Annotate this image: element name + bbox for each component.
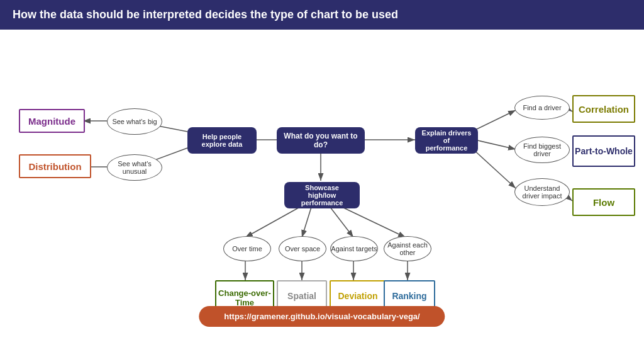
find-driver-oval: Find a driver	[514, 96, 570, 120]
header: How the data should be interpreted decid…	[0, 0, 644, 30]
showcase-node: Showcase high/low performance	[284, 182, 360, 208]
against-targets-oval: Against targets	[330, 236, 378, 261]
over-space-oval: Over space	[279, 236, 326, 261]
header-title: How the data should be interpreted decid…	[13, 8, 398, 21]
svg-line-7	[472, 110, 516, 132]
see-whats-big-oval: See what's big	[107, 108, 162, 135]
find-biggest-driver-oval: Find biggest driver	[514, 137, 570, 163]
svg-line-8	[475, 140, 516, 149]
help-people-node: Help people explore data	[187, 127, 257, 154]
part-to-whole-label[interactable]: Part-to-Whole	[572, 135, 635, 167]
diagram-area: What do you want to do? Help people expl…	[0, 30, 644, 332]
against-each-other-oval: Against each other	[384, 236, 431, 261]
see-whats-unusual-oval: See what's unusual	[107, 154, 162, 181]
correlation-label[interactable]: Correlation	[572, 95, 635, 123]
over-time-oval: Over time	[223, 236, 271, 261]
distribution-label[interactable]: Distribution	[19, 154, 91, 178]
svg-line-16	[330, 207, 353, 237]
magnitude-label[interactable]: Magnitude	[19, 109, 85, 133]
svg-line-14	[245, 206, 302, 237]
svg-line-17	[340, 206, 406, 237]
understand-driver-oval: Understand driver impact	[514, 178, 570, 206]
explain-drivers-node: Explain drivers of performance	[415, 127, 478, 154]
footer-link[interactable]: https://gramener.github.io/visual-vocabu…	[199, 306, 445, 327]
svg-line-9	[472, 148, 516, 188]
flow-label[interactable]: Flow	[572, 188, 635, 216]
what-do-you-want-node: What do you want to do?	[277, 127, 365, 154]
svg-line-15	[302, 207, 311, 237]
